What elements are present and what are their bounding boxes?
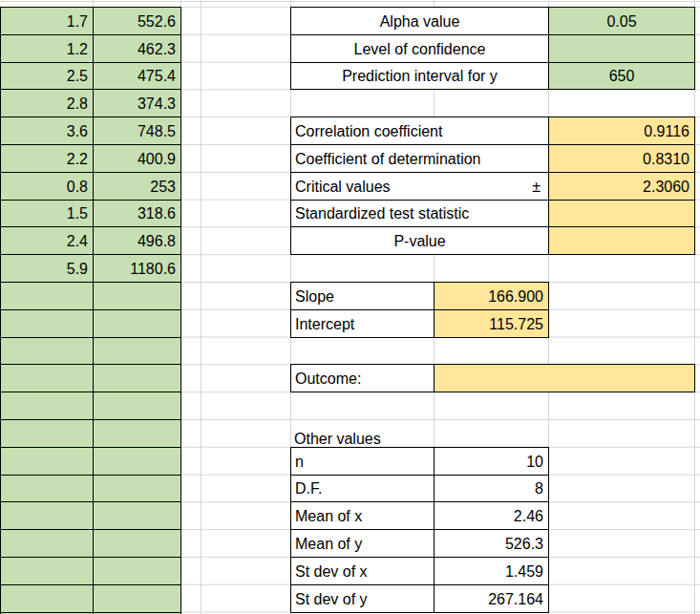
data-cell[interactable]: 2.8 [1, 90, 94, 117]
critical-values-cell[interactable]: 2.3060 [549, 173, 695, 201]
other-values-table: n 10 D.F. 8 Mean of x 2.46 Mean of y 526… [290, 447, 549, 613]
data-cell[interactable]: 374.3 [94, 90, 181, 117]
regression-table: Slope 166.900 Intercept 115.725 [290, 282, 549, 338]
data-cell[interactable] [1, 420, 94, 448]
data-cell[interactable] [1, 392, 94, 420]
data-cell[interactable]: 748.5 [94, 117, 181, 145]
data-cell[interactable] [1, 502, 94, 530]
data-cell[interactable] [1, 448, 94, 476]
data-cell[interactable] [1, 530, 94, 558]
data-cell[interactable] [1, 476, 94, 503]
data-cell[interactable]: 462.3 [94, 35, 181, 63]
data-cell[interactable] [94, 476, 181, 503]
data-cell[interactable] [94, 420, 181, 448]
data-cell[interactable] [94, 365, 181, 392]
data-cell[interactable] [94, 392, 181, 420]
st-dev-of-x-label[interactable]: St dev of x [291, 558, 435, 585]
outcome-cell[interactable] [435, 365, 695, 392]
data-cell[interactable]: 552.6 [94, 8, 181, 35]
data-cell[interactable] [94, 585, 181, 613]
data-cell[interactable]: 1.7 [1, 8, 94, 35]
alpha-value-cell[interactable]: 0.05 [549, 8, 695, 35]
data-cell[interactable] [94, 283, 181, 310]
data-cell[interactable]: 318.6 [94, 201, 181, 228]
alpha-value-label[interactable]: Alpha value [291, 8, 549, 35]
gridline [0, 1, 700, 2]
data-cell[interactable]: 2.5 [1, 63, 94, 91]
data-cell[interactable]: 253 [94, 173, 181, 201]
prediction-interval-cell[interactable]: 650 [549, 63, 695, 91]
data-table: 1.7 552.6 1.2 462.3 2.5 475.4 2.8 374.3 … [0, 7, 181, 614]
df-label[interactable]: D.F. [291, 476, 435, 503]
data-cell[interactable] [94, 502, 181, 530]
intercept-cell[interactable]: 115.725 [435, 310, 549, 338]
data-cell[interactable]: 1180.6 [94, 255, 181, 283]
n-label[interactable]: n [291, 448, 435, 476]
p-value-label[interactable]: P-value [291, 227, 549, 255]
data-cell[interactable] [94, 448, 181, 476]
standardized-test-statistic-cell[interactable] [549, 201, 695, 228]
st-dev-of-y-cell[interactable]: 267.164 [435, 585, 549, 613]
data-cell[interactable] [1, 310, 94, 338]
data-cell[interactable]: 5.9 [1, 255, 94, 283]
coefficient-of-determination-label[interactable]: Coefficient of determination [291, 145, 549, 173]
st-dev-of-y-label[interactable]: St dev of y [291, 585, 435, 613]
mean-of-x-label[interactable]: Mean of x [291, 502, 435, 530]
data-cell[interactable] [94, 338, 181, 366]
mean-of-y-cell[interactable]: 526.3 [435, 530, 549, 558]
mean-of-y-label[interactable]: Mean of y [291, 530, 435, 558]
data-cell[interactable]: 0.8 [1, 173, 94, 201]
prediction-interval-label[interactable]: Prediction interval for y [291, 63, 549, 91]
level-of-confidence-cell[interactable] [549, 35, 695, 63]
plus-minus-sign: ± [532, 180, 541, 195]
p-value-cell[interactable] [549, 227, 695, 255]
outcome-row: Outcome: [290, 364, 695, 392]
slope-label[interactable]: Slope [291, 283, 435, 310]
data-cell[interactable]: 1.2 [1, 35, 94, 63]
data-cell[interactable] [1, 283, 94, 310]
critical-values-label[interactable]: Critical values ± [291, 173, 549, 201]
data-cell[interactable]: 496.8 [94, 227, 181, 255]
critical-values-text: Critical values [295, 180, 391, 195]
data-cell[interactable]: 400.9 [94, 145, 181, 173]
data-cell[interactable]: 2.4 [1, 227, 94, 255]
data-cell[interactable]: 1.5 [1, 201, 94, 228]
data-cell[interactable]: 475.4 [94, 63, 181, 91]
data-cell[interactable]: 2.2 [1, 145, 94, 173]
intercept-label[interactable]: Intercept [291, 310, 435, 338]
coefficient-of-determination-cell[interactable]: 0.8310 [549, 145, 695, 173]
outcome-label[interactable]: Outcome: [291, 365, 435, 392]
data-cell[interactable] [94, 530, 181, 558]
standardized-test-statistic-label[interactable]: Standardized test statistic [291, 201, 549, 228]
slope-cell[interactable]: 166.900 [435, 283, 549, 310]
data-cell[interactable] [1, 585, 94, 613]
gridline [201, 0, 202, 614]
st-dev-of-x-cell[interactable]: 1.459 [435, 558, 549, 585]
level-of-confidence-label[interactable]: Level of confidence [291, 35, 549, 63]
stats-table: Correlation coefficient 0.9116 Coefficie… [290, 116, 695, 255]
data-cell[interactable] [94, 310, 181, 338]
correlation-coefficient-label[interactable]: Correlation coefficient [291, 117, 549, 145]
data-cell[interactable] [1, 558, 94, 585]
spreadsheet: 1.7 552.6 1.2 462.3 2.5 475.4 2.8 374.3 … [0, 0, 700, 614]
data-cell[interactable] [1, 338, 94, 366]
data-cell[interactable]: 3.6 [1, 117, 94, 145]
mean-of-x-cell[interactable]: 2.46 [435, 502, 549, 530]
data-cell[interactable] [94, 558, 181, 585]
data-cell[interactable] [1, 365, 94, 392]
gridline [694, 0, 695, 614]
correlation-coefficient-cell[interactable]: 0.9116 [549, 117, 695, 145]
n-cell[interactable]: 10 [435, 448, 549, 476]
df-cell[interactable]: 8 [435, 476, 549, 503]
inputs-table: Alpha value 0.05 Level of confidence Pre… [290, 7, 695, 90]
